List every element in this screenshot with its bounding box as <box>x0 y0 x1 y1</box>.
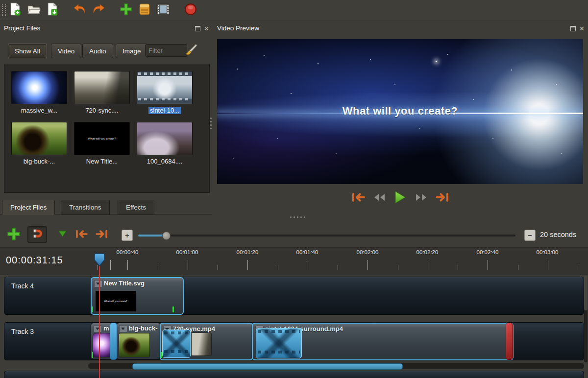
ruler-mark: 00:03:00 <box>537 249 559 255</box>
file-thumbnail <box>11 122 67 155</box>
ruler-mark: 00:02:00 <box>357 249 379 255</box>
import-files-icon <box>139 3 150 18</box>
jump-to-start-button[interactable] <box>351 192 366 203</box>
export-video-button[interactable] <box>181 2 200 19</box>
tab-project-files[interactable]: Project Files <box>2 200 55 215</box>
import-files-button[interactable] <box>135 2 154 19</box>
tab-effects[interactable]: Effects <box>118 200 154 215</box>
filter-video-button[interactable]: Video <box>51 44 81 58</box>
current-time-display: 00:00:31:15 <box>6 255 63 266</box>
ruler-mark: 00:02:40 <box>477 249 499 255</box>
zoom-out-button[interactable]: − <box>524 230 536 241</box>
video-preview-display[interactable]: What will you create? <box>217 39 583 184</box>
redo-button[interactable] <box>89 2 108 19</box>
clip-menu-chevron-icon[interactable] <box>119 325 127 332</box>
jump-to-end-button[interactable] <box>435 192 450 203</box>
add-marker-button[interactable] <box>58 230 67 239</box>
open-project-button[interactable] <box>24 2 43 19</box>
clip-sintel[interactable]: sintel-1024-surround.mp4 <box>252 323 514 360</box>
zoom-slider-fill <box>138 235 166 236</box>
project-files-list: massive_w... 720-sync.... sintel-10... b… <box>4 64 210 193</box>
file-item[interactable]: 100_0684.... <box>136 122 194 165</box>
file-label: 720-sync.... <box>73 107 131 115</box>
detach-panel-icon[interactable] <box>195 26 200 31</box>
clip-label: big-buck- <box>129 325 158 332</box>
filter-audio-button[interactable]: Audio <box>82 44 113 58</box>
next-marker-button[interactable] <box>95 229 109 241</box>
file-item[interactable]: 720-sync.... <box>73 71 131 115</box>
file-thumbnail <box>74 71 130 104</box>
choose-profile-button[interactable] <box>154 2 172 19</box>
file-thumbnail: What will you create? <box>74 122 130 155</box>
file-thumbnail <box>137 71 193 104</box>
main-toolbar <box>0 0 588 21</box>
clip-menu-chevron-icon[interactable] <box>94 325 102 332</box>
clip-thumbnail <box>256 328 302 358</box>
ruler-mark: 00:01:20 <box>237 249 259 255</box>
file-label: big-buck-... <box>10 158 68 165</box>
timeline-add-track-button[interactable] <box>7 227 21 243</box>
redo-icon <box>92 3 105 17</box>
clip-trim-handle[interactable] <box>110 323 117 360</box>
clear-filter-brush-icon[interactable] <box>184 43 197 59</box>
new-project-icon <box>9 2 21 18</box>
add-track-button[interactable] <box>117 2 135 19</box>
file-item[interactable]: massive_w... <box>10 71 68 115</box>
file-label: New Title... <box>73 158 131 165</box>
file-thumbnail <box>11 71 67 104</box>
file-item-selected[interactable]: sintel-10... <box>136 71 194 115</box>
zoom-slider[interactable] <box>138 235 515 236</box>
rewind-button[interactable] <box>373 193 387 202</box>
ruler-mark: 00:01:00 <box>176 249 198 255</box>
clip-trim-handle-red[interactable] <box>506 323 513 360</box>
playhead-marker[interactable] <box>94 253 105 269</box>
timeline-vscrollbar-thumb[interactable] <box>584 275 588 310</box>
clip-720-sync[interactable]: 720-sync.mp4 <box>160 323 253 360</box>
choose-profile-icon <box>156 3 170 17</box>
close-panel-icon[interactable]: ✕ <box>579 25 585 32</box>
new-project-button[interactable] <box>6 2 24 19</box>
playhead-line[interactable] <box>99 264 100 378</box>
clip-menu-chevron-icon[interactable] <box>94 280 102 287</box>
timeline-hscrollbar-thumb[interactable] <box>132 363 403 370</box>
magnet-icon <box>32 228 43 241</box>
file-item[interactable]: big-buck-... <box>10 122 68 165</box>
keyframe-mark <box>172 307 174 312</box>
keyframe-mark <box>92 307 93 312</box>
detach-panel-icon[interactable] <box>570 26 576 31</box>
openshot-window: Project Files ✕ Video Preview ✕ Show All… <box>0 0 588 378</box>
snapping-toggle-button[interactable] <box>27 226 47 243</box>
file-label: 100_0684.... <box>136 158 194 165</box>
close-panel-icon[interactable]: ✕ <box>204 25 209 32</box>
ruler-mark: 00:00:40 <box>117 249 139 255</box>
filter-show-all-button[interactable]: Show All <box>8 44 47 58</box>
undo-button[interactable] <box>71 2 89 19</box>
file-item[interactable]: What will you create? New Title... <box>73 122 131 165</box>
clip-label: m <box>103 325 109 332</box>
clip-big-buck[interactable]: big-buck- <box>116 323 161 359</box>
toolbar-drag-handle[interactable] <box>2 4 6 16</box>
clip-thumbnail <box>119 333 150 357</box>
filter-input[interactable] <box>145 44 187 57</box>
track-name: Track 4 <box>11 282 34 290</box>
project-files-window-buttons: ✕ <box>195 25 209 32</box>
save-project-button[interactable] <box>43 2 62 19</box>
track-row-partial[interactable] <box>4 371 584 378</box>
undo-icon <box>73 3 87 17</box>
panel-splitter-handle[interactable] <box>210 118 212 119</box>
zoom-level-label: 20 seconds <box>540 231 576 238</box>
tab-transitions[interactable]: Transitions <box>61 200 110 215</box>
timeline-splitter-handle[interactable] <box>290 216 292 218</box>
play-button[interactable] <box>394 190 407 204</box>
zoom-slider-knob[interactable] <box>162 232 171 240</box>
ruler-mark: 00:01:40 <box>296 249 318 255</box>
video-preview-panel-title: Video Preview <box>217 24 259 32</box>
clip-label: New Title.svg <box>104 280 145 287</box>
previous-marker-button[interactable] <box>74 229 88 241</box>
clip-new-title[interactable]: New Title.svg What will you create? <box>91 277 184 315</box>
fast-forward-button[interactable] <box>414 193 428 202</box>
bright-star-decoration <box>436 61 437 62</box>
filter-image-button[interactable]: Image <box>116 44 148 58</box>
stars-decoration <box>217 39 218 40</box>
zoom-in-button[interactable]: + <box>122 230 133 241</box>
